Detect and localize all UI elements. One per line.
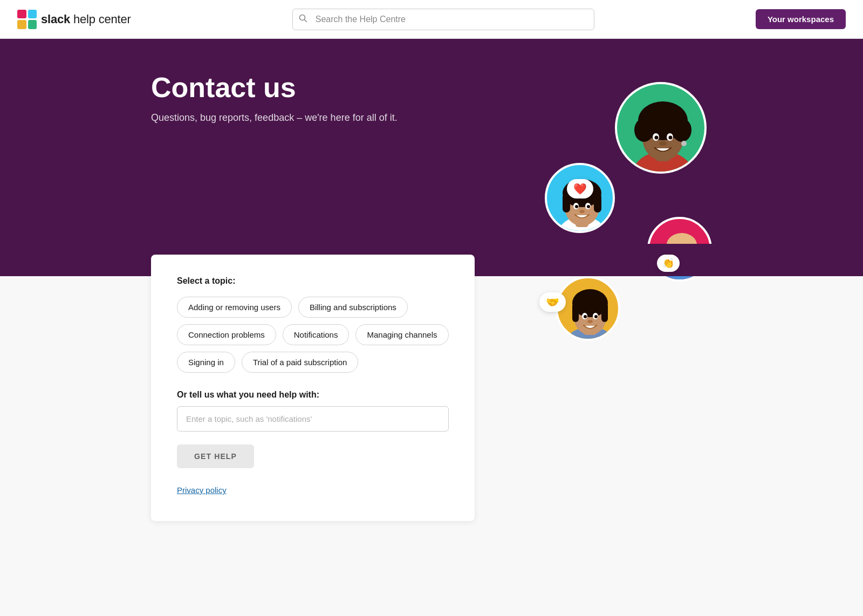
search-icon	[299, 14, 307, 25]
topic-buttons-container: Adding or removing usersBilling and subs…	[177, 297, 449, 373]
topic-button[interactable]: Signing in	[177, 352, 235, 373]
privacy-policy-link[interactable]: Privacy policy	[177, 485, 227, 495]
your-workspaces-button[interactable]: Your workspaces	[756, 9, 846, 29]
select-topic-label: Select a topic:	[177, 276, 449, 286]
site-header: slack help center Your workspaces	[0, 0, 863, 39]
logo: slack help center	[17, 10, 131, 29]
topic-button[interactable]: Billing and subscriptions	[298, 297, 408, 318]
hero-section: Contact us Questions, bug reports, feedb…	[0, 39, 863, 276]
svg-point-46	[582, 313, 587, 319]
svg-point-49	[594, 315, 598, 318]
logo-text: slack help center	[41, 12, 131, 26]
hero-subtitle: Questions, bug reports, feedback – we're…	[151, 112, 712, 124]
svg-rect-44	[572, 303, 579, 322]
contact-form-card: Select a topic: Adding or removing users…	[151, 255, 475, 521]
avatar-4	[556, 276, 620, 341]
topic-button[interactable]: Connection problems	[177, 324, 276, 345]
svg-point-40	[566, 327, 614, 341]
svg-point-47	[593, 313, 598, 319]
help-label: Or tell us what you need help with:	[177, 390, 449, 400]
handshake-reaction-bubble: 🤝	[539, 292, 566, 312]
topic-button[interactable]: Managing channels	[355, 324, 448, 345]
get-help-button[interactable]: GET HELP	[177, 444, 254, 468]
svg-point-50	[587, 320, 593, 323]
svg-point-43	[572, 289, 608, 317]
svg-line-1	[304, 19, 306, 22]
topic-button[interactable]: Adding or removing users	[177, 297, 292, 318]
help-input[interactable]	[177, 406, 449, 432]
svg-rect-41	[584, 324, 597, 335]
svg-rect-45	[601, 303, 608, 322]
hero-background: Contact us Questions, bug reports, feedb…	[0, 39, 863, 244]
search-container	[292, 9, 594, 30]
slack-logo-icon	[17, 10, 37, 29]
svg-point-42	[574, 299, 606, 335]
search-input[interactable]	[292, 9, 594, 30]
topic-button[interactable]: Notifications	[283, 324, 350, 345]
topic-button[interactable]: Trial of a paid subscription	[242, 352, 359, 373]
hero-content: Contact us Questions, bug reports, feedb…	[108, 71, 755, 124]
page-title: Contact us	[151, 71, 712, 104]
svg-point-48	[584, 315, 587, 318]
